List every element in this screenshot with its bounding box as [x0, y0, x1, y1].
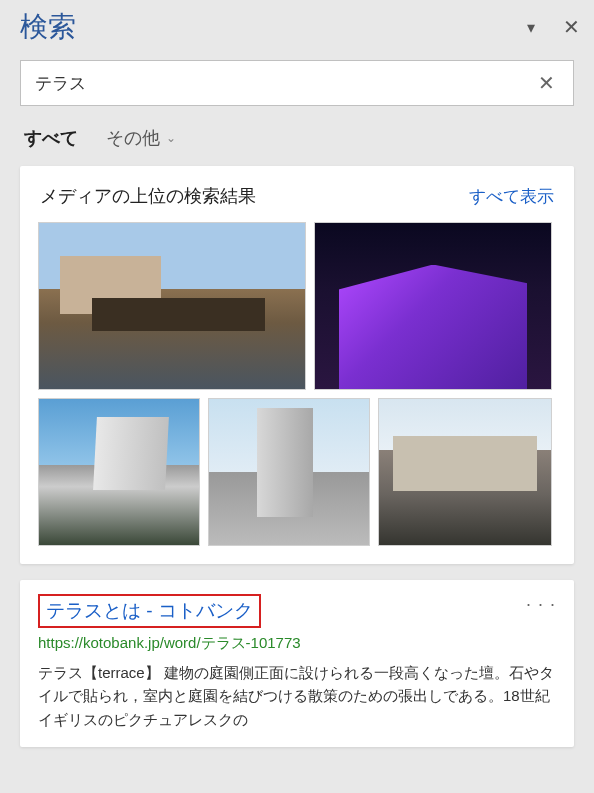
tabs: すべて その他 ⌄	[0, 112, 594, 166]
show-all-link[interactable]: すべて表示	[469, 185, 554, 208]
result-url: https://kotobank.jp/word/テラス-101773	[38, 634, 556, 653]
tab-other[interactable]: その他 ⌄	[106, 126, 176, 150]
clear-icon[interactable]: ✕	[534, 71, 559, 95]
tab-all[interactable]: すべて	[24, 126, 78, 150]
media-thumbnail[interactable]	[208, 398, 370, 546]
tab-other-label: その他	[106, 126, 160, 150]
result-description: テラス【terrace】 建物の庭園側正面に設けられる一段高くなった壇。石やタイ…	[38, 661, 556, 731]
media-thumbnail[interactable]	[378, 398, 552, 546]
search-result: テラスとは - コトバンク · · · https://kotobank.jp/…	[20, 580, 574, 747]
result-title-link[interactable]: テラスとは - コトバンク	[38, 594, 261, 628]
media-thumbnail[interactable]	[314, 222, 552, 390]
chevron-down-icon: ⌄	[166, 131, 176, 145]
search-box[interactable]: ✕	[20, 60, 574, 106]
search-input[interactable]	[35, 73, 534, 93]
media-thumbnail[interactable]	[38, 222, 306, 390]
close-icon[interactable]: ✕	[563, 15, 580, 39]
media-card: メディアの上位の検索結果 すべて表示	[20, 166, 574, 564]
dropdown-icon[interactable]: ▾	[527, 18, 535, 37]
panel-title: 検索	[20, 8, 76, 46]
media-title: メディアの上位の検索結果	[40, 184, 256, 208]
more-icon[interactable]: · · ·	[526, 594, 556, 615]
media-thumbnail[interactable]	[38, 398, 200, 546]
